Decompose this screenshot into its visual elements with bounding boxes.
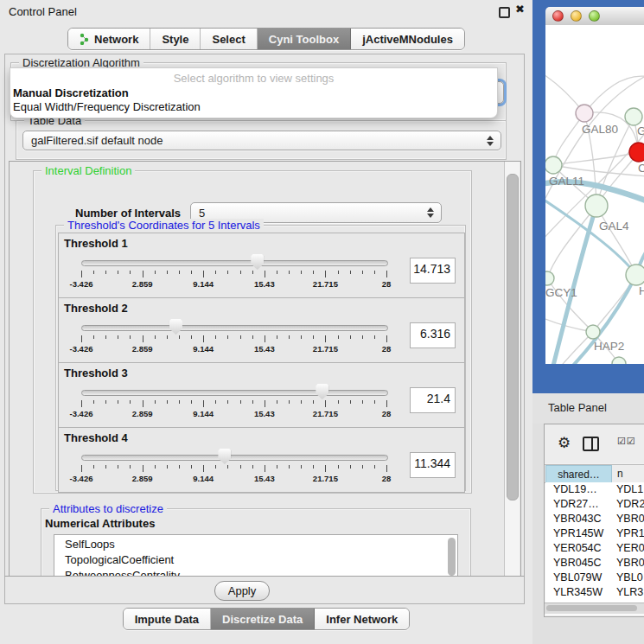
threshold-row-3: Threshold 3-3.4262.8599.14415.4321.71528… [58,362,465,428]
column-header-shared-name[interactable]: shared… [545,465,612,484]
zoom-traffic-light[interactable] [589,10,600,22]
minor-tick [301,400,302,404]
network-node-ga[interactable] [625,108,642,125]
cell-name: YLR3 [616,586,643,598]
minor-tick [277,400,277,404]
float-window-icon[interactable] [499,7,510,18]
table-data-combobox[interactable]: galFiltered.sif default node [22,131,501,150]
network-node-gal4[interactable] [585,194,608,217]
minor-tick [301,271,302,274]
minor-tick [179,271,180,274]
minor-tick [252,271,253,274]
minimize-traffic-light[interactable] [571,10,582,22]
network-node-hap2[interactable] [586,325,600,339]
network-node[interactable] [612,357,626,364]
minor-tick [179,335,180,339]
major-tick [386,400,387,407]
threshold-value-field[interactable]: 14.713 [410,258,456,284]
slider-thumb[interactable] [251,254,264,270]
network-window-frame[interactable]: GAL80GACGAL11GAL4GCY1HHAP2 [532,0,644,393]
dropdown-item-equal-width-frequency-discretization[interactable]: Equal Width/Frequency Discretization [13,100,201,113]
major-tick [203,465,204,472]
table-row[interactable]: YDL19…YDL1 [545,482,644,497]
threshold-value-field[interactable]: 6.316 [410,322,456,348]
tick-label: 21.715 [313,409,338,418]
network-edge[interactable] [547,206,596,278]
major-tick [265,465,265,472]
network-icon [80,33,90,45]
tick-label: 28 [382,344,392,354]
close-traffic-light[interactable] [552,10,564,22]
network-window-titlebar[interactable] [545,7,644,26]
attribute-item-selfloops[interactable]: SelfLoops [54,537,457,552]
network-node-h[interactable] [626,265,644,285]
table-row[interactable]: YER054CYER0 [545,541,644,556]
tab-select[interactable]: Select [201,29,257,49]
slider-track[interactable] [81,260,388,266]
minor-tick [313,465,314,469]
threshold-value-field[interactable]: 11.344 [410,452,456,478]
minor-tick [362,400,363,404]
list-scrollbar[interactable] [447,537,456,577]
tab-jactivemnodules[interactable]: jActiveMNodules [351,29,464,49]
tab-style[interactable]: Style [150,29,201,49]
network-edge-highlighted[interactable] [550,206,596,364]
column-header-name[interactable]: n [612,465,644,482]
tab-label: Discretize Data [222,613,303,626]
settings-scrollbar-thumb[interactable] [507,174,519,501]
slider-thumb[interactable] [218,449,231,464]
minor-tick [338,271,339,274]
table-hscrollbar[interactable] [545,603,644,614]
tab-network[interactable]: Network [68,29,150,49]
tick-label: 15.43 [254,474,275,483]
tab-impute-data[interactable]: Impute Data [124,609,211,629]
top-tab-bar: NetworkStyleSelectCyni ToolboxjActiveMNo… [0,28,532,50]
threshold-value-field[interactable]: 21.4 [410,387,456,413]
checkbox-icons[interactable]: ☑☑ [617,436,636,447]
table-hscrollbar-thumb[interactable] [546,605,637,611]
apply-strip: Apply [4,576,525,604]
tab-cyni-toolbox[interactable]: Cyni Toolbox [258,29,351,49]
table-row[interactable]: YBL079WYBL0 [545,571,644,585]
major-tick [143,400,143,407]
slider-track[interactable] [81,455,388,461]
slider-thumb[interactable] [316,384,328,399]
tab-discretize-data[interactable]: Discretize Data [211,609,315,629]
table-row[interactable]: YBR045CYBR0 [545,556,644,571]
network-node-c[interactable] [629,143,644,162]
tick-label: 28 [382,474,392,483]
network-node-gcy1[interactable] [545,271,554,285]
column-split-icon[interactable] [583,437,599,451]
minor-tick [105,400,106,404]
table-row[interactable]: YLR345WYLR3 [545,585,644,600]
node-label: HAP2 [594,340,624,353]
network-node-gal11[interactable] [545,156,562,174]
table-row[interactable]: YPR145WYPR1 [545,526,644,541]
slider-track[interactable] [81,325,388,331]
network-canvas[interactable]: GAL80GACGAL11GAL4GCY1HHAP2 [545,25,644,364]
tick-label: 15.43 [254,279,275,289]
network-node-gal80[interactable] [576,105,593,122]
slider-track[interactable] [81,390,388,396]
settings-scrollbar[interactable] [504,162,520,577]
gear-icon[interactable]: ⚙ [558,434,571,451]
minor-tick [118,335,118,339]
tick-label: 2.859 [132,409,153,418]
table-row[interactable]: YBR043CYBR0 [545,512,644,526]
table-header-row: shared… n [545,464,644,483]
cell-name: YDR2 [616,498,644,510]
attribute-item-topologicalcoefficient[interactable]: TopologicalCoefficient [54,552,457,568]
minor-tick [215,335,216,339]
apply-button[interactable]: Apply [214,581,270,601]
close-icon[interactable]: ✖ [515,3,525,16]
table-row[interactable]: YDR27…YDR2 [545,497,644,512]
network-edge[interactable] [553,152,639,165]
slider-thumb[interactable] [169,319,182,335]
screen: Control Panel ✖ NetworkStyleSelectCyni T… [0,0,644,644]
group-label: Attributes to discretize [49,502,167,515]
tab-label: Impute Data [135,613,199,626]
tab-infer-network[interactable]: Infer Network [315,609,409,629]
threshold-label: Threshold 4 [64,431,128,444]
dropdown-item-manual-discretization[interactable]: Manual Discretization [13,86,129,99]
list-scrollbar-thumb[interactable] [448,538,456,576]
